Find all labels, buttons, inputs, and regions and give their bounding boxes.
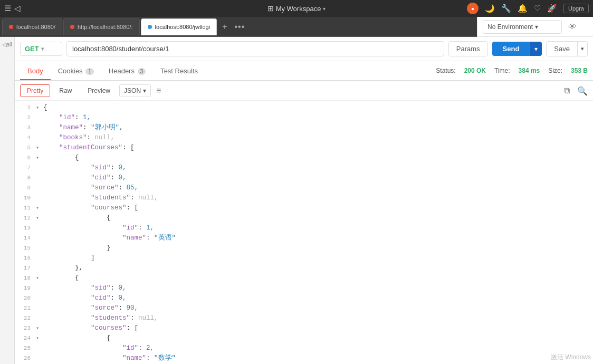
line-content: "sid": 0, bbox=[43, 163, 127, 173]
line-toggle bbox=[36, 113, 43, 123]
send-button-group: Send ▾ bbox=[492, 42, 542, 56]
method-dropdown-arrow: ▾ bbox=[41, 46, 44, 52]
json-viewer: 1 ▾ { 2 "id": 1, 3 "name": "郭小明", 4 "boo… bbox=[15, 101, 593, 364]
format-select[interactable]: JSON ▾ bbox=[119, 84, 151, 97]
tab-1[interactable]: localhost:8080/ bbox=[2, 18, 62, 35]
line-number: 10 bbox=[15, 193, 36, 203]
line-number: 19 bbox=[15, 283, 36, 293]
response-tab-test-results[interactable]: Test Results bbox=[153, 63, 205, 80]
environment-select[interactable]: No Environment ▾ bbox=[483, 20, 562, 34]
collapse-sidebar-button[interactable]: ◁all bbox=[2, 41, 12, 48]
line-content: "name": "郭小明", bbox=[43, 123, 123, 133]
line-content: "id": 1, bbox=[43, 223, 154, 233]
url-input[interactable] bbox=[66, 41, 444, 56]
time-label: Time: bbox=[494, 67, 510, 74]
line-toggle bbox=[36, 313, 43, 323]
line-toggle bbox=[36, 123, 43, 133]
heart-icon[interactable]: ♡ bbox=[534, 4, 541, 13]
preview-button[interactable]: Preview bbox=[81, 84, 117, 97]
json-line: 5 ▾ "studentCourses": [ bbox=[15, 143, 593, 153]
size-label: Size: bbox=[548, 67, 562, 74]
json-line: 2 "id": 1, bbox=[15, 113, 593, 123]
tab-2[interactable]: http://localhost:8080/: bbox=[63, 18, 140, 35]
workspace-title-group: ⊞ My Workspace ▾ bbox=[267, 4, 326, 13]
time-value: 384 ms bbox=[519, 67, 540, 74]
line-content: "courses": [ bbox=[43, 323, 138, 333]
bell-icon[interactable]: 🔔 bbox=[518, 4, 528, 13]
environment-label: No Environment bbox=[487, 23, 533, 31]
line-content: "sorce": 85, bbox=[43, 183, 138, 193]
search-icon[interactable]: 🔍 bbox=[577, 86, 588, 96]
line-content: "cid": 0, bbox=[43, 173, 127, 183]
new-tab-button[interactable]: + bbox=[218, 22, 231, 32]
line-content: "sorce": 90, bbox=[43, 303, 138, 313]
send-button[interactable]: Send bbox=[492, 42, 530, 56]
line-toggle bbox=[36, 193, 43, 203]
line-number: 12 bbox=[15, 213, 36, 223]
line-toggle[interactable]: ▾ bbox=[36, 273, 43, 283]
tab-3[interactable]: localhost:8080/jwtlogi bbox=[141, 18, 217, 35]
rocket-icon[interactable]: 🚀 bbox=[547, 4, 557, 13]
line-toggle bbox=[36, 133, 43, 143]
tab-dot-3 bbox=[148, 25, 152, 29]
raw-button[interactable]: Raw bbox=[52, 84, 79, 97]
tab-more-button[interactable]: ••• bbox=[232, 22, 248, 32]
tab-body-label: Body bbox=[27, 67, 43, 75]
line-toggle bbox=[36, 343, 43, 353]
line-number: 17 bbox=[15, 263, 36, 273]
workspace-title: My Workspace bbox=[276, 5, 321, 13]
line-content: } bbox=[43, 243, 111, 253]
line-number: 13 bbox=[15, 223, 36, 233]
line-number: 1 bbox=[15, 103, 36, 113]
line-number: 15 bbox=[15, 243, 36, 253]
response-tab-cookies[interactable]: Cookies 1 bbox=[51, 63, 101, 80]
json-line: 22 "students": null, bbox=[15, 313, 593, 323]
wrench-icon[interactable]: 🔧 bbox=[501, 4, 511, 13]
status-value: 200 OK bbox=[464, 67, 486, 74]
line-toggle[interactable]: ▾ bbox=[36, 323, 43, 333]
line-toggle bbox=[36, 183, 43, 193]
main-area: GET ▾ Params Send ▾ Save ▾ Body Cookies … bbox=[15, 37, 593, 364]
line-toggle[interactable]: ▾ bbox=[36, 143, 43, 153]
line-toggle[interactable]: ▾ bbox=[36, 103, 43, 113]
json-line: 9 "sorce": 85, bbox=[15, 183, 593, 193]
tab-label-2: http://localhost:8080/: bbox=[78, 24, 133, 30]
format-dropdown-arrow: ▾ bbox=[143, 87, 146, 94]
json-line: 6 ▾ { bbox=[15, 153, 593, 163]
response-tab-body[interactable]: Body bbox=[20, 63, 51, 80]
json-line: 13 "id": 1, bbox=[15, 223, 593, 233]
params-button[interactable]: Params bbox=[448, 41, 488, 56]
save-button[interactable]: Save bbox=[546, 41, 578, 56]
line-toggle[interactable]: ▾ bbox=[36, 213, 43, 223]
line-number: 8 bbox=[15, 173, 36, 183]
json-line: 15 } bbox=[15, 243, 593, 253]
method-select[interactable]: GET ▾ bbox=[20, 42, 62, 56]
save-dropdown-button[interactable]: ▾ bbox=[578, 41, 588, 56]
response-tab-headers[interactable]: Headers 3 bbox=[101, 63, 153, 80]
sidebar-icon[interactable]: ☰ bbox=[4, 4, 11, 13]
align-icon[interactable]: ≡ bbox=[156, 86, 161, 95]
line-content: { bbox=[43, 213, 111, 223]
moon-icon[interactable]: 🌙 bbox=[485, 4, 495, 13]
format-select-value: JSON bbox=[124, 87, 141, 94]
line-content: ] bbox=[43, 253, 95, 263]
line-toggle bbox=[36, 253, 43, 263]
line-toggle[interactable]: ▾ bbox=[36, 333, 43, 343]
pretty-button[interactable]: Pretty bbox=[20, 84, 50, 97]
line-content: "cid": 0, bbox=[43, 293, 127, 303]
back-icon[interactable]: ◁ bbox=[14, 4, 21, 13]
workspace-dropdown-arrow[interactable]: ▾ bbox=[323, 6, 326, 12]
line-content: "id": 2, bbox=[43, 343, 154, 353]
line-toggle bbox=[36, 353, 43, 363]
send-dropdown-button[interactable]: ▾ bbox=[530, 42, 542, 56]
upgrade-button[interactable]: Upgra bbox=[563, 4, 589, 13]
status-bar: Status: 200 OK Time: 384 ms Size: 353 B bbox=[436, 67, 588, 74]
line-toggle[interactable]: ▾ bbox=[36, 203, 43, 213]
line-toggle[interactable]: ▾ bbox=[36, 153, 43, 163]
copy-icon[interactable]: ⧉ bbox=[564, 86, 570, 96]
line-content: "books": null, bbox=[43, 133, 114, 143]
json-line: 14 "name": "英语" bbox=[15, 233, 593, 243]
content-wrapper: ◁all GET ▾ Params Send ▾ Save ▾ Body bbox=[0, 37, 593, 364]
environment-eye-icon[interactable]: 👁 bbox=[568, 22, 577, 32]
json-line: 20 "cid": 0, bbox=[15, 293, 593, 303]
